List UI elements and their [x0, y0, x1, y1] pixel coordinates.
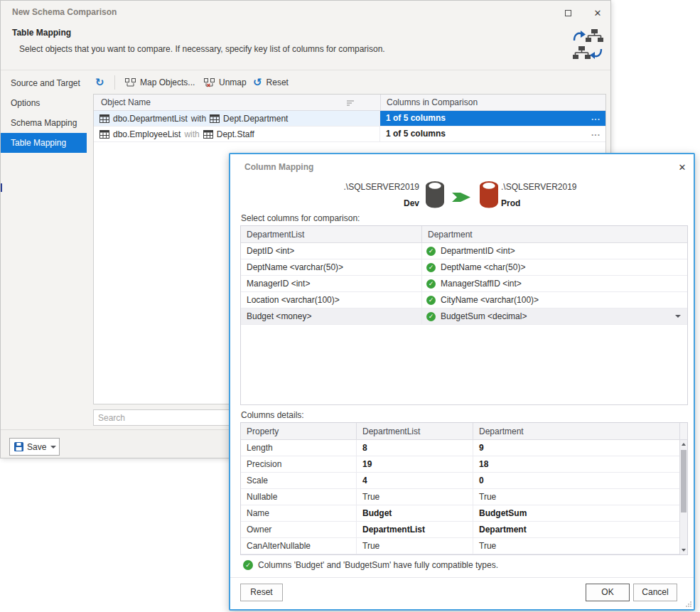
column-header-object-name[interactable]: Object Name [101, 97, 151, 107]
columns-in-comparison-cell[interactable]: 1 of 5 columns ... [380, 111, 605, 126]
property-value-left: True [357, 489, 473, 505]
target-database-icon [478, 180, 500, 210]
property-name: CanAlterNullable [241, 538, 357, 554]
property-value-right: True [473, 489, 687, 505]
column-mapping-table: DepartmentList Department DeptID <int> ✓… [240, 225, 688, 405]
save-button[interactable]: Save [9, 438, 48, 456]
source-table-name: dbo.DepartmentList [113, 114, 188, 124]
columns-count: 1 of 5 columns [386, 113, 446, 123]
source-column: Location <varchar(100)> [241, 292, 422, 308]
property-value-left: 8 [357, 440, 473, 456]
sidebar-item-table-mapping[interactable]: Table Mapping [1, 133, 87, 153]
reset-button[interactable]: Reset [240, 584, 283, 601]
reset-label: Reset [266, 77, 289, 87]
save-dropdown-button[interactable] [48, 438, 60, 456]
footer-divider [230, 577, 694, 578]
property-value-right: Department [473, 522, 687, 537]
connector-text: with [191, 114, 206, 124]
target-column: DeptName <char(50)> [441, 262, 525, 272]
details-header-left: DepartmentList [357, 423, 473, 439]
close-button[interactable]: ✕ [591, 6, 604, 19]
source-server: .\SQLSERVER2019 [277, 182, 419, 192]
mapping-row[interactable]: Location <varchar(100)> ✓CityName <varch… [241, 292, 687, 308]
refresh-button[interactable]: ↻ [92, 75, 108, 90]
details-table-header: Property DepartmentList Department [241, 423, 687, 440]
map-objects-button[interactable]: Map Objects... [122, 75, 198, 90]
property-name: Length [241, 440, 357, 456]
table-icon [203, 130, 213, 139]
page-title: Table Mapping [12, 28, 71, 38]
map-objects-label: Map Objects... [140, 77, 195, 87]
mapping-row-selected[interactable]: Budget <money> ✓ BudgetSum <decimal> [241, 308, 687, 325]
table-row[interactable]: dbo.DepartmentList with Dept.Department … [94, 111, 605, 127]
table-row[interactable]: dbo.EmployeeList with Dept.Staff 1 of 5 … [94, 127, 605, 142]
mapping-table-header: DepartmentList Department [241, 226, 687, 243]
scrollbar-thumb[interactable] [681, 450, 686, 512]
columns-details-label: Columns details: [241, 410, 304, 420]
resize-grip[interactable] [685, 601, 692, 608]
source-column: ManagerID <int> [241, 276, 422, 291]
mapping-row[interactable]: DeptName <varchar(50)> ✓DeptName <char(5… [241, 259, 687, 276]
column-mapping-dialog: Column Mapping ✕ .\SQLSERVER2019 Dev .\S… [229, 153, 695, 611]
columns-details-table: Property DepartmentList Department Lengt… [240, 422, 688, 555]
focus-mark [1, 183, 2, 192]
table-icon [210, 114, 220, 123]
dialog-close-button[interactable]: ✕ [675, 160, 689, 174]
reset-icon: ↺ [253, 75, 262, 90]
maximize-button[interactable] [561, 6, 574, 19]
column-divider [380, 95, 381, 111]
columns-in-comparison-cell[interactable]: 1 of 5 columns ... [380, 127, 605, 141]
grid-header: Object Name Columns in Comparison [94, 95, 605, 111]
scroll-down-button[interactable] [680, 546, 687, 554]
source-column: Budget <money> [241, 308, 422, 324]
details-row: CanAlterNullable True True [241, 538, 687, 554]
property-value-left: DepartmentList [357, 522, 473, 537]
scroll-up-button[interactable] [680, 440, 687, 449]
cancel-button[interactable]: Cancel [633, 584, 677, 601]
mapping-header-left: DepartmentList [241, 226, 422, 242]
dropdown-caret-icon[interactable] [675, 315, 681, 318]
select-columns-label: Select columns for comparison: [241, 213, 360, 223]
header-divider [1, 70, 610, 70]
maximize-icon [565, 10, 571, 16]
source-database-name: Dev [277, 198, 419, 208]
compatibility-status: ✓ Columns 'Budget' and 'BudgetSum' have … [243, 560, 498, 570]
columns-count: 1 of 5 columns [386, 129, 446, 139]
details-header-right: Department [473, 423, 679, 439]
scroll-down-icon [682, 549, 686, 552]
source-database-icon [424, 180, 446, 210]
column-header-columns-in-comparison[interactable]: Columns in Comparison [387, 97, 478, 107]
target-column: CityName <varchar(100)> [441, 295, 539, 305]
source-column: DeptID <int> [241, 243, 422, 259]
details-header-property: Property [241, 423, 357, 439]
property-name: Nullable [241, 489, 357, 505]
table-icon [99, 114, 109, 123]
sidebar-item-source-and-target[interactable]: Source and Target [1, 73, 87, 93]
refresh-icon: ↻ [95, 75, 104, 90]
vertical-scrollbar[interactable] [679, 440, 687, 554]
property-value-left: 4 [357, 473, 473, 488]
object-name-cell[interactable]: dbo.DepartmentList with Dept.Department [94, 111, 380, 126]
map-objects-icon [125, 78, 136, 87]
object-name-cell[interactable]: dbo.EmployeeList with Dept.Staff [94, 127, 380, 141]
property-value-left: Budget [357, 505, 473, 521]
ellipsis-button[interactable]: ... [591, 127, 601, 140]
details-row: Owner DepartmentList Department [241, 522, 687, 538]
compatible-check-icon: ✓ [426, 247, 436, 256]
mapping-row[interactable]: ManagerID <int> ✓ManagerStaffID <int> [241, 276, 687, 292]
sidebar-item-schema-mapping[interactable]: Schema Mapping [1, 113, 87, 133]
ellipsis-button[interactable]: ... [591, 111, 601, 124]
sidebar-item-options[interactable]: Options [1, 93, 87, 113]
property-value-right: 0 [473, 473, 687, 488]
sort-ascending-icon [347, 100, 355, 107]
ok-button[interactable]: OK [586, 584, 630, 601]
source-table-name: dbo.EmployeeList [113, 129, 181, 139]
mapping-row[interactable]: DeptID <int> ✓DepartmentID <int> [241, 243, 687, 259]
compatible-check-icon: ✓ [426, 263, 436, 272]
unmap-button[interactable]: Unmap [200, 75, 250, 90]
property-value-right: True [473, 538, 687, 554]
scroll-up-icon [682, 443, 686, 446]
toolbar-separator [114, 75, 115, 90]
reset-button-toolbar[interactable]: ↺ Reset [249, 75, 292, 90]
chevron-down-icon [50, 446, 56, 449]
